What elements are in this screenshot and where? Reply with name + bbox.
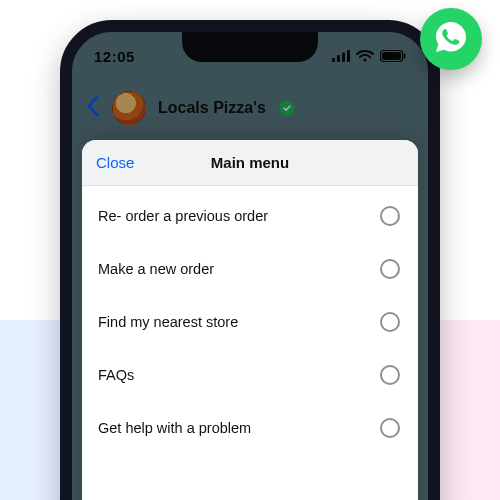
radio-icon [380, 365, 400, 385]
radio-icon [380, 259, 400, 279]
menu-item-faqs[interactable]: FAQs [82, 349, 418, 402]
menu-item-reorder[interactable]: Re- order a previous order [82, 190, 418, 243]
menu-item-label: Re- order a previous order [98, 208, 268, 224]
menu-item-new-order[interactable]: Make a new order [82, 243, 418, 296]
menu-item-label: Get help with a problem [98, 420, 251, 436]
menu-item-nearest-store[interactable]: Find my nearest store [82, 296, 418, 349]
phone-frame: 12:05 Locals Pizza's [60, 20, 440, 500]
radio-icon [380, 418, 400, 438]
main-menu-sheet: Close Main menu Re- order a previous ord… [82, 140, 418, 500]
menu-list: Re- order a previous order Make a new or… [82, 186, 418, 459]
radio-icon [380, 206, 400, 226]
menu-item-label: Make a new order [98, 261, 214, 277]
menu-item-label: Find my nearest store [98, 314, 238, 330]
sheet-title: Main menu [211, 154, 289, 171]
sheet-header: Close Main menu [82, 140, 418, 186]
close-button[interactable]: Close [96, 140, 134, 185]
menu-item-label: FAQs [98, 367, 134, 383]
whatsapp-icon [431, 17, 471, 61]
menu-item-get-help[interactable]: Get help with a problem [82, 402, 418, 455]
radio-icon [380, 312, 400, 332]
whatsapp-badge [420, 8, 482, 70]
